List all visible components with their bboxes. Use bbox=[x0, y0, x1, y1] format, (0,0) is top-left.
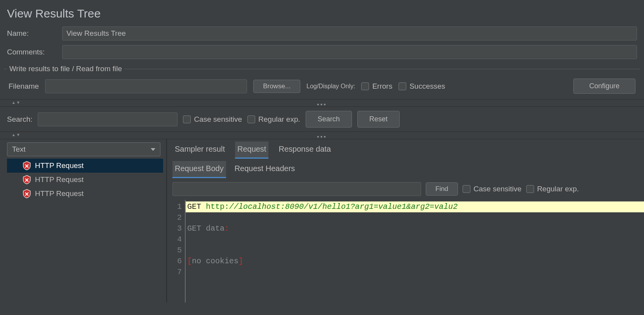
find-regex-label: Regular exp. bbox=[537, 185, 579, 193]
checkbox-icon bbox=[463, 185, 470, 193]
find-case-label: Case sensitive bbox=[473, 185, 522, 193]
filename-label: Filename bbox=[9, 82, 39, 91]
comments-label: Comments: bbox=[7, 48, 57, 56]
result-item[interactable]: HTTP Request bbox=[7, 159, 163, 173]
filename-input[interactable] bbox=[45, 79, 247, 93]
page-title: View Results Tree bbox=[0, 0, 644, 24]
splitter-grip-icon: ••• bbox=[317, 101, 327, 108]
checkbox-icon bbox=[183, 116, 191, 123]
line-gutter: 1 2 3 4 5 6 7 bbox=[167, 200, 186, 303]
splitter-arrows-icon: ▲▼ bbox=[12, 133, 21, 137]
detail-panel: Sampler result Request Response data Req… bbox=[167, 139, 644, 303]
log-display-label: Log/Display Only: bbox=[306, 83, 355, 90]
result-label: HTTP Request bbox=[35, 161, 84, 170]
code-line-6: [no cookies] bbox=[186, 256, 644, 267]
search-regex-checkbox[interactable]: Regular exp. bbox=[247, 115, 300, 124]
splitter-2[interactable]: ▲▼ ••• bbox=[0, 131, 644, 139]
code-line-7 bbox=[186, 267, 644, 278]
request-body-editor[interactable]: 1 2 3 4 5 6 7 GET http://localhost:8090/… bbox=[167, 200, 644, 303]
chevron-down-icon bbox=[151, 148, 155, 151]
successes-checkbox[interactable]: Successes bbox=[399, 82, 445, 91]
checkbox-icon bbox=[247, 116, 255, 123]
find-case-checkbox[interactable]: Case sensitive bbox=[463, 185, 522, 193]
find-button[interactable]: Find bbox=[426, 182, 458, 196]
errors-checkbox[interactable]: Errors bbox=[361, 82, 392, 91]
result-label: HTTP Request bbox=[35, 189, 84, 198]
errors-label: Errors bbox=[372, 82, 392, 91]
tab-response-data[interactable]: Response data bbox=[276, 142, 333, 159]
browse-button[interactable]: Browse... bbox=[253, 80, 300, 93]
reset-button[interactable]: Reset bbox=[357, 111, 400, 128]
file-fieldset: Write results to file / Read from file F… bbox=[4, 65, 640, 99]
name-label: Name: bbox=[7, 29, 57, 38]
shield-error-icon bbox=[23, 175, 31, 184]
successes-label: Successes bbox=[409, 82, 445, 91]
splitter-grip-icon: ••• bbox=[317, 133, 327, 140]
code-line-4 bbox=[186, 234, 644, 245]
tab-request[interactable]: Request bbox=[235, 142, 269, 159]
find-input[interactable] bbox=[172, 182, 421, 196]
tab-sampler-result[interactable]: Sampler result bbox=[172, 142, 227, 159]
code-area[interactable]: GET http://localhost:8090/v1/hello1?arg1… bbox=[186, 200, 644, 303]
shield-error-icon bbox=[23, 161, 31, 170]
configure-button[interactable]: Configure bbox=[573, 79, 635, 94]
code-line-1: GET http://localhost:8090/v1/hello1?arg1… bbox=[186, 201, 644, 212]
result-label: HTTP Request bbox=[35, 175, 84, 184]
search-label: Search: bbox=[7, 115, 32, 124]
subtabs: Request Body Request Headers bbox=[167, 159, 644, 178]
tabs: Sampler result Request Response data bbox=[167, 139, 644, 159]
comments-input[interactable] bbox=[62, 45, 637, 59]
regex-label: Regular exp. bbox=[258, 115, 300, 124]
result-item[interactable]: HTTP Request bbox=[7, 173, 163, 187]
renderer-selected: Text bbox=[12, 145, 26, 154]
checkbox-icon bbox=[361, 82, 369, 90]
search-case-checkbox[interactable]: Case sensitive bbox=[183, 115, 242, 124]
splitter-1[interactable]: ▲▼ ••• bbox=[0, 99, 644, 107]
splitter-arrows-icon: ▲▼ bbox=[12, 100, 21, 105]
checkbox-icon bbox=[399, 82, 406, 90]
checkbox-icon bbox=[526, 185, 534, 193]
result-item[interactable]: HTTP Request bbox=[7, 187, 163, 201]
search-input[interactable] bbox=[38, 112, 178, 126]
shield-error-icon bbox=[23, 189, 31, 198]
name-input[interactable] bbox=[62, 26, 637, 40]
code-line-2 bbox=[186, 212, 644, 223]
search-button[interactable]: Search bbox=[306, 111, 352, 128]
code-line-3: GET data: bbox=[186, 223, 644, 234]
results-tree: HTTP Request HTTP Request HTTP Request bbox=[7, 159, 163, 201]
find-regex-checkbox[interactable]: Regular exp. bbox=[526, 185, 579, 193]
file-legend: Write results to file / Read from file bbox=[7, 65, 124, 73]
renderer-dropdown[interactable]: Text bbox=[7, 142, 160, 156]
results-panel: Text HTTP Request HTTP Request HTTP R bbox=[0, 139, 167, 303]
code-line-5 bbox=[186, 245, 644, 256]
case-label: Case sensitive bbox=[194, 115, 242, 124]
subtab-request-body[interactable]: Request Body bbox=[172, 161, 226, 178]
subtab-request-headers[interactable]: Request Headers bbox=[232, 161, 298, 178]
